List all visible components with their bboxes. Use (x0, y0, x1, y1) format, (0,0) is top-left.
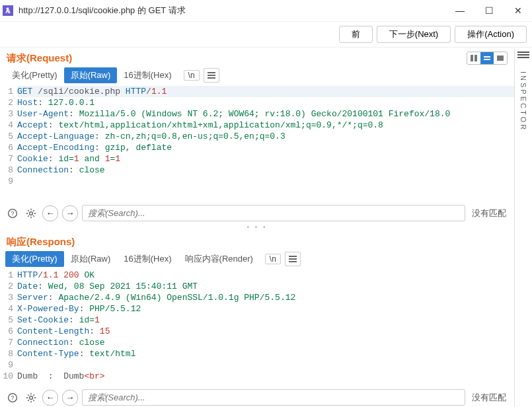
line-content[interactable] (17, 359, 514, 371)
request-search-row: ? ← → 没有匹配 (0, 201, 514, 225)
help-icon[interactable]: ? (5, 390, 20, 405)
line-content[interactable]: Date: Wed, 08 Sep 2021 15:40:11 GMT (17, 281, 514, 292)
code-line[interactable]: 6Accept-Encoding: gzip, deflate (0, 142, 514, 153)
maximize-button[interactable]: ☐ (480, 2, 498, 19)
code-line[interactable]: 6Content-Length: 15 (0, 326, 514, 337)
line-content[interactable]: GET /sqli/cookie.php HTTP/1.1 (17, 86, 514, 97)
view-rows[interactable] (480, 52, 494, 64)
gear-icon[interactable] (24, 206, 38, 221)
request-newline-toggle[interactable]: \n (184, 70, 200, 81)
line-content[interactable]: Host: 127.0.0.1 (17, 97, 514, 108)
line-content[interactable]: Accept-Encoding: gzip, deflate (17, 142, 514, 153)
pane-splitter[interactable]: • • • (0, 225, 514, 232)
line-number: 1 (0, 86, 17, 97)
line-content[interactable]: User-Agent: Mozilla/5.0 (Windows NT 6.2;… (17, 108, 514, 120)
code-line[interactable]: 7Cookie: id=1 and 1=1 (0, 153, 514, 165)
response-pane: 响应(Respons) 美化(Pretty) 原始(Raw) 16进制(Hex)… (0, 232, 514, 407)
line-content[interactable]: HTTP/1.1 200 OK (17, 270, 514, 281)
svg-point-2 (30, 211, 33, 215)
code-line[interactable]: 4Accept: text/html,application/xhtml+xml… (0, 120, 514, 131)
code-line[interactable]: 10Dumb : Dumb<br> (0, 371, 514, 382)
response-tab-render[interactable]: 响应内容(Render) (178, 251, 260, 267)
response-newline-toggle[interactable]: \n (265, 254, 281, 264)
line-content[interactable]: Accept: text/html,application/xhtml+xml,… (17, 120, 514, 131)
line-content[interactable]: Cookie: id=1 and 1=1 (17, 153, 514, 165)
line-content[interactable]: Connection: close (17, 337, 514, 348)
line-number: 2 (0, 281, 17, 292)
top-toolbar: 前 下一步(Next) 操作(Action) (0, 22, 532, 48)
line-content[interactable]: Connection: close (17, 165, 514, 176)
response-title: 响应(Respons) (7, 236, 508, 248)
code-line[interactable]: 9 (0, 176, 514, 187)
response-tabs: 美化(Pretty) 原始(Raw) 16进制(Hex) 响应内容(Render… (0, 250, 514, 268)
code-line[interactable]: 2Date: Wed, 08 Sep 2021 15:40:11 GMT (0, 281, 514, 292)
line-number: 2 (0, 97, 17, 108)
response-tab-hex[interactable]: 16进制(Hex) (117, 251, 178, 267)
inspector-label[interactable]: INSPECTOR (519, 71, 527, 131)
gear-icon[interactable] (24, 390, 38, 405)
line-number: 8 (0, 165, 17, 176)
response-tab-raw[interactable]: 原始(Raw) (64, 251, 118, 267)
inspector-toggle-icon[interactable] (517, 52, 529, 61)
line-number: 10 (0, 371, 17, 382)
code-line[interactable]: 1HTTP/1.1 200 OK (0, 270, 514, 281)
code-line[interactable]: 5Accept-Language: zh-cn,zh;q=0.8,en-us;q… (0, 131, 514, 142)
request-options-icon[interactable] (204, 68, 219, 83)
app-icon (3, 5, 13, 16)
request-tabs: 美化(Pretty) 原始(Raw) 16进制(Hex) \n (0, 66, 514, 85)
line-content[interactable]: Content-Type: text/html (17, 348, 514, 359)
svg-text:?: ? (11, 210, 15, 217)
request-title: 请求(Request) (7, 52, 467, 65)
request-editor[interactable]: 1GET /sqli/cookie.php HTTP/1.12Host: 127… (0, 85, 514, 201)
line-number: 7 (0, 153, 17, 165)
back-button[interactable]: 前 (339, 26, 373, 43)
line-content[interactable]: Dumb : Dumb<br> (17, 371, 514, 382)
search-next-icon[interactable]: → (62, 205, 78, 221)
main: 请求(Request) 美化(Pretty) 原始(Raw) 16进制(Hex)… (0, 48, 532, 407)
line-number: 4 (0, 303, 17, 314)
line-content[interactable]: Accept-Language: zh-cn,zh;q=0.8,en-us;q=… (17, 131, 514, 142)
code-line[interactable]: 9 (0, 359, 514, 371)
line-content[interactable] (17, 176, 514, 187)
code-line[interactable]: 4X-Powered-By: PHP/5.5.12 (0, 303, 514, 314)
response-tab-pretty[interactable]: 美化(Pretty) (5, 251, 64, 267)
request-search-input[interactable] (82, 205, 465, 221)
search-prev-icon[interactable]: ← (42, 205, 58, 221)
code-line[interactable]: 8Connection: close (0, 165, 514, 176)
request-tab-pretty[interactable]: 美化(Pretty) (5, 67, 64, 83)
search-prev-icon[interactable]: ← (42, 390, 58, 406)
code-line[interactable]: 2Host: 127.0.0.1 (0, 97, 514, 108)
help-icon[interactable]: ? (5, 206, 20, 221)
view-single[interactable] (494, 52, 507, 64)
response-editor[interactable]: 1HTTP/1.1 200 OK2Date: Wed, 08 Sep 2021 … (0, 268, 514, 385)
svg-point-5 (30, 396, 33, 399)
request-tab-raw[interactable]: 原始(Raw) (64, 67, 118, 83)
close-button[interactable]: ✕ (510, 2, 527, 19)
line-number: 6 (0, 142, 17, 153)
line-number: 9 (0, 359, 17, 371)
code-line[interactable]: 1GET /sqli/cookie.php HTTP/1.1 (0, 86, 514, 97)
request-pane: 请求(Request) 美化(Pretty) 原始(Raw) 16进制(Hex)… (0, 48, 514, 225)
titlebar: http://127.0.0.1/sqli/cookie.php 的 GET 请… (0, 0, 532, 22)
code-line[interactable]: 5Set-Cookie: id=1 (0, 314, 514, 326)
next-button[interactable]: 下一步(Next) (377, 26, 451, 43)
minimize-button[interactable]: — (451, 2, 469, 19)
svg-text:?: ? (11, 394, 15, 401)
view-columns[interactable] (467, 52, 480, 64)
line-content[interactable]: Content-Length: 15 (17, 326, 514, 337)
request-view-toggle (467, 52, 508, 65)
action-button[interactable]: 操作(Action) (455, 26, 527, 43)
line-content[interactable]: X-Powered-By: PHP/5.5.12 (17, 303, 514, 314)
response-search-input[interactable] (82, 389, 465, 406)
code-line[interactable]: 8Content-Type: text/html (0, 348, 514, 359)
code-line[interactable]: 7Connection: close (0, 337, 514, 348)
code-line[interactable]: 3Server: Apache/2.4.9 (Win64) OpenSSL/1.… (0, 292, 514, 303)
search-next-icon[interactable]: → (62, 390, 78, 406)
request-search-status: 没有匹配 (469, 207, 509, 219)
request-tab-hex[interactable]: 16进制(Hex) (117, 67, 178, 83)
line-number: 9 (0, 176, 17, 187)
response-options-icon[interactable] (285, 252, 301, 266)
line-content[interactable]: Set-Cookie: id=1 (17, 314, 514, 326)
line-content[interactable]: Server: Apache/2.4.9 (Win64) OpenSSL/1.0… (17, 292, 514, 303)
code-line[interactable]: 3User-Agent: Mozilla/5.0 (Windows NT 6.2… (0, 108, 514, 120)
